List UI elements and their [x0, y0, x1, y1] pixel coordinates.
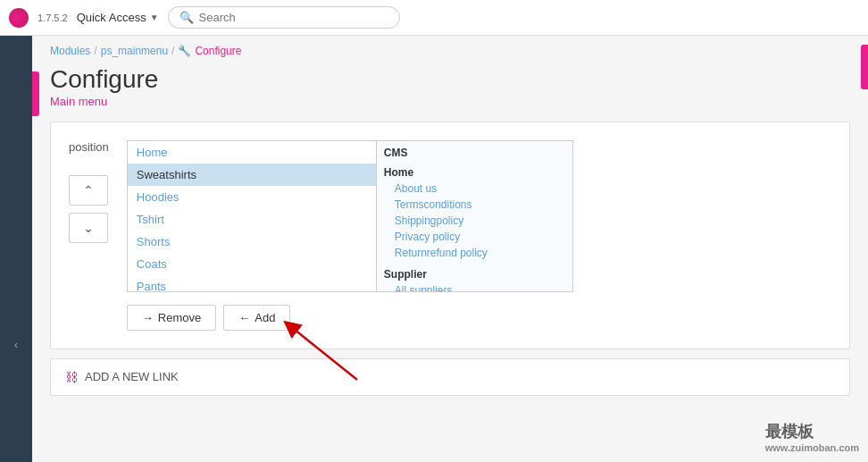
configure-panel: position ⌃ ⌄ Home Sweatshirts	[50, 122, 850, 349]
item-list-ul: Home Sweatshirts Hoodies Tshirt Shorts C…	[128, 141, 376, 292]
breadcrumb-ps-mainmenu[interactable]: ps_mainmenu	[101, 45, 168, 57]
breadcrumb-configure: Configure	[195, 45, 241, 57]
add-button-container: ← Add	[223, 305, 290, 331]
sidebar-accent	[32, 71, 39, 116]
move-up-button[interactable]: ⌃	[69, 175, 108, 206]
remove-label: Remove	[158, 311, 201, 324]
lists-area: Home Sweatshirts Hoodies Tshirt Shorts C…	[127, 140, 573, 331]
add-label: Add	[255, 311, 275, 324]
cms-item[interactable]: Termsconditions	[384, 197, 565, 213]
cms-item[interactable]: Returnrefund policy	[384, 245, 565, 261]
cms-item[interactable]: All suppliers	[384, 282, 565, 292]
breadcrumb-sep2: /	[171, 45, 174, 57]
main-content: Modules / ps_mainmenu / 🔧 Configure Conf…	[32, 36, 868, 462]
right-edge-tab[interactable]	[861, 45, 868, 89]
add-button[interactable]: ← Add	[223, 305, 290, 331]
action-buttons: → Remove ← Add	[127, 305, 573, 331]
breadcrumb-sep1: /	[94, 45, 96, 57]
position-label: position	[69, 140, 109, 154]
breadcrumb: Modules / ps_mainmenu / 🔧 Configure	[50, 45, 850, 57]
configure-wrench-icon: 🔧	[178, 45, 191, 57]
remove-button[interactable]: → Remove	[127, 305, 216, 331]
page-title: Configure	[50, 64, 850, 95]
cms-list: CMS Home About us Termsconditions Shippi…	[377, 140, 573, 292]
version-label: 1.7.5.2	[38, 13, 68, 23]
move-down-button[interactable]: ⌄	[69, 213, 108, 243]
cms-item[interactable]: About us	[384, 181, 565, 197]
position-area: position ⌃ ⌄ Home Sweatshirts	[69, 140, 831, 331]
cms-item[interactable]: Privacy policy	[384, 229, 565, 245]
sidebar: ‹	[0, 36, 32, 462]
add-new-link-label: ADD A NEW LINK	[85, 370, 179, 383]
sidebar-collapse-button[interactable]: ‹	[11, 335, 21, 355]
list-container: Home Sweatshirts Hoodies Tshirt Shorts C…	[127, 140, 573, 292]
list-item[interactable]: Pants	[128, 275, 376, 292]
list-item[interactable]: Tshirt	[128, 208, 376, 231]
cms-group-supplier: Supplier	[384, 268, 565, 281]
remove-arrow-icon: →	[142, 311, 154, 324]
position-controls: position ⌃ ⌄	[69, 140, 109, 243]
chevron-down-icon: ▼	[150, 13, 159, 22]
search-icon: 🔍	[179, 11, 194, 24]
quick-access-button[interactable]: Quick Access ▼	[77, 11, 159, 24]
add-arrow-icon: ←	[238, 311, 250, 324]
chain-icon: ⛓	[65, 370, 78, 384]
list-item[interactable]: Coats	[128, 253, 376, 275]
topbar: 1.7.5.2 Quick Access ▼ 🔍	[0, 0, 868, 36]
page-subtitle: Main menu	[50, 95, 850, 108]
list-item[interactable]: Hoodies	[128, 186, 376, 208]
list-item[interactable]: Sweatshirts	[128, 164, 376, 186]
quick-access-label: Quick Access	[77, 11, 146, 24]
search-bar: 🔍	[168, 6, 400, 29]
main-layout: ‹ Modules / ps_mainmenu / 🔧 Configure Co…	[0, 36, 868, 462]
cms-item[interactable]: Shippingpolicy	[384, 213, 565, 229]
list-item[interactable]: Home	[128, 141, 376, 164]
position-buttons: ⌃ ⌄	[69, 175, 109, 243]
prestashop-logo	[9, 8, 29, 28]
item-list[interactable]: Home Sweatshirts Hoodies Tshirt Shorts C…	[127, 140, 377, 292]
list-item[interactable]: Shorts	[128, 231, 376, 253]
search-input[interactable]	[199, 11, 388, 24]
add-new-link-row[interactable]: ⛓ ADD A NEW LINK	[50, 358, 850, 396]
breadcrumb-modules[interactable]: Modules	[50, 45, 90, 57]
cms-group-home: Home	[384, 166, 565, 179]
cms-title: CMS	[384, 147, 565, 159]
